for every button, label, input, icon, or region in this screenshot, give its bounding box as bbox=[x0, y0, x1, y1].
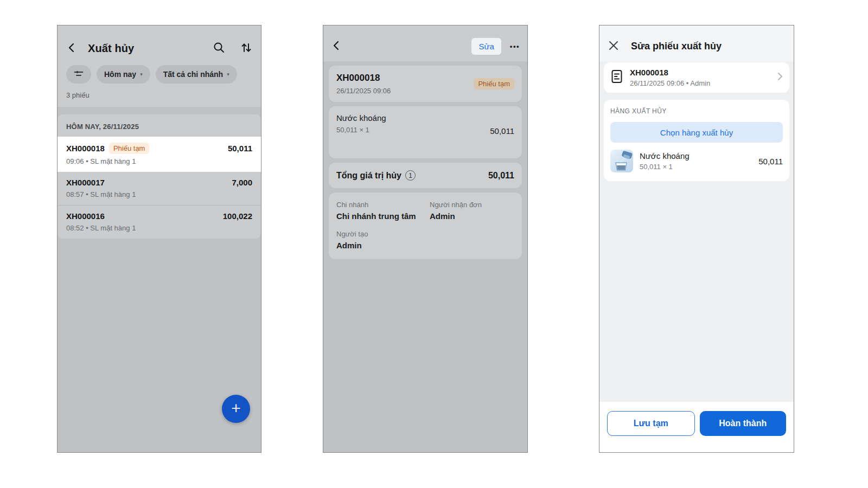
note-amount: 50,011 bbox=[228, 144, 252, 153]
caret-down-icon: ▾ bbox=[140, 72, 143, 77]
screen-edit-note: Sửa phiếu xuất hủy XH000018 26/11/2025 0… bbox=[599, 25, 794, 453]
screen-destroy-list: Xuất hủy bbox=[57, 25, 261, 453]
chevron-left-icon bbox=[331, 40, 342, 53]
close-button[interactable] bbox=[608, 40, 619, 53]
note-meta: 09:06 • SL mặt hàng 1 bbox=[66, 157, 252, 165]
navbar-actions bbox=[213, 41, 252, 55]
note-meta: 08:52 • SL mặt hàng 1 bbox=[66, 224, 252, 232]
info-value: Chi nhánh trung tâm bbox=[336, 211, 430, 221]
info-label: Chi nhánh bbox=[336, 201, 430, 209]
note-meta: 08:57 • SL mặt hàng 1 bbox=[66, 190, 252, 198]
list-header: Xuất hủy bbox=[58, 25, 261, 107]
detail-actions: Sửa ••• bbox=[471, 38, 520, 55]
detail-navbar: Sửa ••• bbox=[323, 25, 527, 61]
items-section-label: HÀNG XUẤT HỦY bbox=[610, 107, 783, 115]
item-count-circle-icon: 1 bbox=[405, 170, 416, 181]
product-image bbox=[610, 150, 633, 172]
total-card: Tổng giá trị hủy 1 50,011 bbox=[329, 163, 522, 188]
more-options-icon[interactable]: ••• bbox=[510, 42, 520, 50]
list-navbar: Xuất hủy bbox=[66, 38, 252, 58]
search-button[interactable] bbox=[213, 41, 225, 55]
chevron-left-icon bbox=[66, 42, 77, 55]
page-title: Xuất hủy bbox=[88, 42, 134, 55]
note-code: XH000016 bbox=[66, 211, 105, 221]
save-draft-button[interactable]: Lưu tạm bbox=[607, 411, 695, 436]
back-button[interactable] bbox=[331, 40, 342, 53]
back-button[interactable] bbox=[66, 42, 77, 55]
product-line-card: Nước khoáng 50,011 × 1 50,011 bbox=[329, 106, 522, 158]
note-amount: 7,000 bbox=[232, 178, 252, 187]
search-icon bbox=[213, 41, 225, 55]
product-amount: 50,011 bbox=[758, 157, 783, 166]
note-code: XH000018 bbox=[630, 68, 710, 77]
info-label: Người nhận đơn bbox=[430, 201, 514, 209]
notes-list-card: HÔM NAY, 26/11/2025 XH000018 Phiếu tạm 5… bbox=[58, 114, 261, 239]
note-code: XH000018 bbox=[66, 144, 105, 153]
select-items-button[interactable]: Chọn hàng xuất hủy bbox=[610, 122, 783, 143]
screen-note-detail: Sửa ••• XH000018 26/11/2025 09:06 Phiếu … bbox=[323, 25, 528, 453]
add-note-fab[interactable]: + bbox=[222, 395, 250, 423]
note-code: XH000018 bbox=[336, 73, 391, 84]
date-filter-label: Hôm nay bbox=[104, 70, 136, 79]
date-filter-chip[interactable]: Hôm nay ▾ bbox=[97, 65, 150, 84]
modal-footer: Lưu tạm Hoàn thành bbox=[599, 402, 794, 452]
product-qty: 50,011 × 1 bbox=[336, 126, 386, 134]
product-block: Nước khoáng 50,011 × 1 bbox=[336, 113, 386, 134]
note-summary-card: XH000018 26/11/2025 09:06 Phiếu tạm bbox=[329, 66, 522, 102]
document-icon bbox=[610, 69, 623, 86]
note-code: XH000017 bbox=[66, 178, 105, 187]
items-card: HÀNG XUẤT HỦY Chọn hàng xuất hủy bbox=[604, 100, 789, 181]
product-texts: Nước khoáng 50,011 × 1 bbox=[640, 151, 690, 171]
filter-chips: Hôm nay ▾ Tất cả chi nhánh ▾ bbox=[66, 65, 252, 84]
info-creator: Người tạo Admin bbox=[336, 230, 430, 250]
note-row-xh000018[interactable]: XH000018 Phiếu tạm 50,011 09:06 • SL mặt… bbox=[58, 137, 261, 172]
product-row[interactable]: Nước khoáng 50,011 × 1 50,011 bbox=[610, 150, 783, 172]
info-value: Admin bbox=[430, 211, 514, 221]
info-receiver: Người nhận đơn Admin bbox=[430, 201, 514, 221]
list-section-header: HÔM NAY, 26/11/2025 bbox=[58, 114, 261, 137]
info-card: Chi nhánh Chi nhánh trung tâm Người nhận… bbox=[329, 192, 522, 259]
sort-button[interactable] bbox=[240, 42, 252, 55]
sort-arrows-icon bbox=[240, 42, 252, 55]
page-canvas: Xuất hủy bbox=[0, 0, 868, 488]
complete-button[interactable]: Hoàn thành bbox=[700, 411, 787, 436]
chevron-right-icon bbox=[777, 72, 783, 83]
branch-filter-label: Tất cả chi nhánh bbox=[163, 70, 223, 79]
note-meta: 26/11/2025 09:06 • Admin bbox=[630, 79, 710, 87]
note-id-block: XH000018 26/11/2025 09:06 bbox=[336, 73, 391, 95]
plus-icon: + bbox=[231, 400, 241, 416]
note-info-texts: XH000018 26/11/2025 09:06 • Admin bbox=[630, 68, 710, 87]
product-qty: 50,011 × 1 bbox=[640, 163, 690, 171]
total-label: Tổng giá trị hủy bbox=[336, 171, 401, 181]
note-amount: 100,022 bbox=[223, 211, 252, 221]
filter-icon bbox=[73, 70, 84, 79]
result-count: 3 phiếu bbox=[66, 91, 252, 99]
close-icon bbox=[608, 40, 619, 53]
total-amount: 50,011 bbox=[488, 171, 514, 181]
info-label: Người tạo bbox=[336, 230, 430, 238]
modal-header: Sửa phiếu xuất hủy bbox=[599, 25, 794, 61]
product-amount: 50,011 bbox=[490, 126, 514, 136]
note-row-xh000017[interactable]: XH000017 7,000 08:57 • SL mặt hàng 1 bbox=[58, 172, 261, 205]
note-info-row[interactable]: XH000018 26/11/2025 09:06 • Admin bbox=[604, 62, 789, 93]
edit-button[interactable]: Sửa bbox=[471, 38, 501, 55]
product-name: Nước khoáng bbox=[336, 113, 386, 123]
info-value: Admin bbox=[336, 241, 430, 250]
note-datetime: 26/11/2025 09:06 bbox=[336, 87, 391, 95]
product-name: Nước khoáng bbox=[640, 151, 690, 160]
info-branch: Chi nhánh Chi nhánh trung tâm bbox=[336, 201, 430, 221]
note-row-xh000016[interactable]: XH000016 100,022 08:52 • SL mặt hàng 1 bbox=[58, 205, 261, 239]
branch-filter-chip[interactable]: Tất cả chi nhánh ▾ bbox=[156, 65, 237, 84]
status-badge: Phiếu tạm bbox=[474, 78, 514, 89]
modal-title: Sửa phiếu xuất hủy bbox=[631, 41, 722, 52]
status-badge: Phiếu tạm bbox=[109, 143, 150, 154]
detail-body: XH000018 26/11/2025 09:06 Phiếu tạm Nước… bbox=[323, 61, 527, 264]
filter-button[interactable] bbox=[66, 65, 91, 84]
caret-down-icon: ▾ bbox=[227, 72, 229, 77]
